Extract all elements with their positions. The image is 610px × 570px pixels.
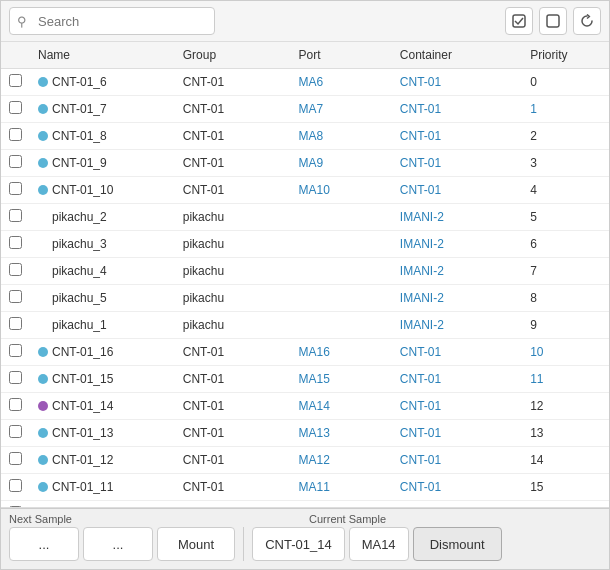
row-port: MA11 [291, 474, 392, 501]
row-container: IMANI-2 [392, 231, 522, 258]
row-checkbox[interactable] [9, 344, 22, 357]
row-checkbox[interactable] [9, 317, 22, 330]
row-container: CNT-01 [392, 474, 522, 501]
row-port: MA9 [291, 150, 392, 177]
row-container: CNT-01 [392, 447, 522, 474]
table-row: CNT-01_11CNT-01MA11CNT-0115 [1, 474, 609, 501]
row-checkbox[interactable] [9, 209, 22, 222]
row-container: CNT-01 [392, 69, 522, 96]
row-group: pikachu [175, 204, 291, 231]
row-checkbox[interactable] [9, 425, 22, 438]
row-checkbox-cell [1, 69, 30, 96]
row-group: CNT-01 [175, 69, 291, 96]
row-name-cell: CNT-01_6 [30, 69, 175, 96]
row-checkbox-cell [1, 366, 30, 393]
row-name-cell: pikachu_1 [30, 312, 175, 339]
row-checkbox-cell [1, 501, 30, 509]
status-dot [38, 131, 48, 141]
row-port [291, 285, 392, 312]
row-name: CNT-01_9 [52, 156, 107, 170]
row-name: CNT-01_16 [52, 345, 113, 359]
status-dot [38, 239, 48, 249]
row-priority: 7 [522, 258, 609, 285]
status-dot [38, 320, 48, 330]
row-checkbox[interactable] [9, 452, 22, 465]
row-name: CNT-01_15 [52, 372, 113, 386]
row-group: CNT-01 [175, 447, 291, 474]
row-checkbox-cell [1, 339, 30, 366]
row-container: IMANI-2 [392, 312, 522, 339]
row-checkbox[interactable] [9, 128, 22, 141]
row-checkbox[interactable] [9, 263, 22, 276]
row-group: CNT-01 [175, 123, 291, 150]
row-name-cell: CNT-01_15 [30, 366, 175, 393]
svg-rect-0 [513, 15, 525, 27]
uncheck-all-button[interactable] [539, 7, 567, 35]
row-checkbox[interactable] [9, 155, 22, 168]
row-group: CNT-01 [175, 393, 291, 420]
row-container: CNT-01 [392, 501, 522, 509]
status-dot [38, 401, 48, 411]
row-port [291, 258, 392, 285]
row-group: CNT-01 [175, 96, 291, 123]
row-priority: 11 [522, 366, 609, 393]
row-checkbox-cell [1, 474, 30, 501]
table-row: CNT-01_7CNT-01MA7CNT-011 [1, 96, 609, 123]
row-checkbox-cell [1, 231, 30, 258]
check-all-button[interactable] [505, 7, 533, 35]
row-name-cell: pikachu_2 [30, 204, 175, 231]
row-checkbox[interactable] [9, 371, 22, 384]
table-row: CNT-01_10CNT-01MA10CNT-014 [1, 177, 609, 204]
square-icon [546, 14, 560, 28]
row-group: pikachu [175, 312, 291, 339]
row-container: CNT-01 [392, 177, 522, 204]
row-container: CNT-01 [392, 393, 522, 420]
status-dot [38, 374, 48, 384]
row-priority: 2 [522, 123, 609, 150]
row-name: pikachu_4 [52, 264, 107, 278]
row-name: CNT-01_7 [52, 102, 107, 116]
row-checkbox[interactable] [9, 74, 22, 87]
status-dot [38, 428, 48, 438]
next-sample-label: Next Sample [9, 513, 309, 525]
row-name-cell: CNT-01_11 [30, 474, 175, 501]
row-checkbox-cell [1, 258, 30, 285]
row-checkbox[interactable] [9, 101, 22, 114]
dismount-button[interactable]: Dismount [413, 527, 502, 561]
refresh-icon [580, 14, 594, 28]
next-sample-btn2[interactable]: ... [83, 527, 153, 561]
table-row: CNT-01_14CNT-01MA14CNT-0112 [1, 393, 609, 420]
row-checkbox[interactable] [9, 182, 22, 195]
row-container: IMANI-2 [392, 285, 522, 312]
row-container: IMANI-2 [392, 204, 522, 231]
row-checkbox-cell [1, 177, 30, 204]
row-checkbox[interactable] [9, 236, 22, 249]
mount-button[interactable]: Mount [157, 527, 235, 561]
row-port [291, 312, 392, 339]
row-port [291, 204, 392, 231]
row-checkbox[interactable] [9, 398, 22, 411]
row-checkbox[interactable] [9, 290, 22, 303]
row-checkbox-cell [1, 312, 30, 339]
row-container: CNT-01 [392, 150, 522, 177]
table-body: CNT-01_6CNT-01MA6CNT-010CNT-01_7CNT-01MA… [1, 69, 609, 509]
col-header-container: Container [392, 42, 522, 69]
row-priority: 12 [522, 393, 609, 420]
table-row: CNT-01_8CNT-01MA8CNT-012 [1, 123, 609, 150]
refresh-button[interactable] [573, 7, 601, 35]
next-sample-btn1[interactable]: ... [9, 527, 79, 561]
row-name: CNT-01_14 [52, 399, 113, 413]
row-container: CNT-01 [392, 123, 522, 150]
row-name-cell: pikachu_3 [30, 231, 175, 258]
toolbar: ⚲ [1, 1, 609, 42]
row-checkbox-cell [1, 123, 30, 150]
row-checkbox-cell [1, 393, 30, 420]
row-checkbox[interactable] [9, 479, 22, 492]
status-dot [38, 158, 48, 168]
row-name: CNT-01_12 [52, 453, 113, 467]
status-dot [38, 185, 48, 195]
table-row: pikachu_2pikachuIMANI-25 [1, 204, 609, 231]
status-dot [38, 266, 48, 276]
row-priority: 5 [522, 204, 609, 231]
search-input[interactable] [9, 7, 215, 35]
